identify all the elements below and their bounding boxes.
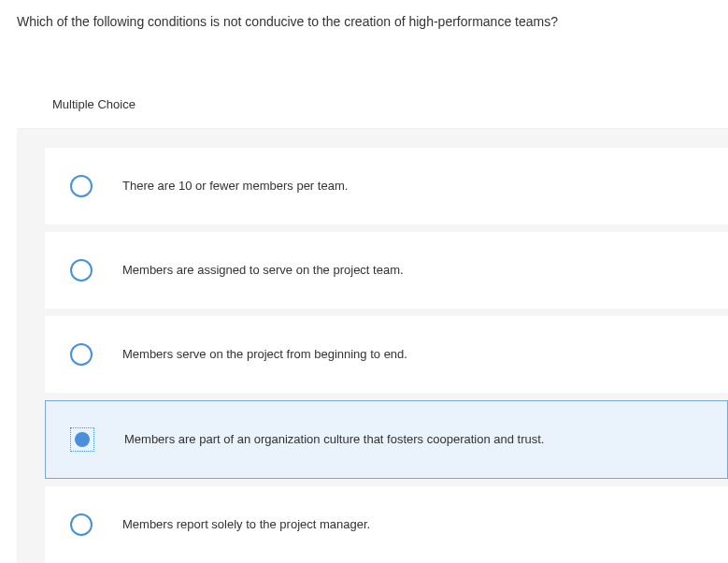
option-label: There are 10 or fewer members per team. xyxy=(122,179,348,193)
option-row[interactable]: Members are assigned to serve on the pro… xyxy=(45,232,728,309)
radio-icon[interactable] xyxy=(70,175,93,197)
radio-icon[interactable] xyxy=(70,343,93,366)
option-row[interactable]: There are 10 or fewer members per team. xyxy=(45,148,728,224)
radio-icon[interactable] xyxy=(70,259,93,282)
question-text: Which of the following conditions is not… xyxy=(0,0,728,32)
option-label: Members report solely to the project man… xyxy=(122,517,370,531)
radio-selected-icon[interactable] xyxy=(70,427,94,452)
radio-icon[interactable] xyxy=(70,513,93,536)
option-label: Members are assigned to serve on the pro… xyxy=(122,263,404,277)
option-label: Members are part of an organization cult… xyxy=(124,432,544,446)
option-row[interactable]: Members report solely to the project man… xyxy=(45,486,728,563)
option-row[interactable]: Members are part of an organization cult… xyxy=(45,400,728,479)
multiple-choice-container: Multiple Choice There are 10 or fewer me… xyxy=(17,79,728,563)
option-row[interactable]: Members serve on the project from beginn… xyxy=(45,316,728,393)
option-label: Members serve on the project from beginn… xyxy=(122,347,407,361)
section-label: Multiple Choice xyxy=(17,79,728,129)
options-list: There are 10 or fewer members per team. … xyxy=(17,129,728,563)
